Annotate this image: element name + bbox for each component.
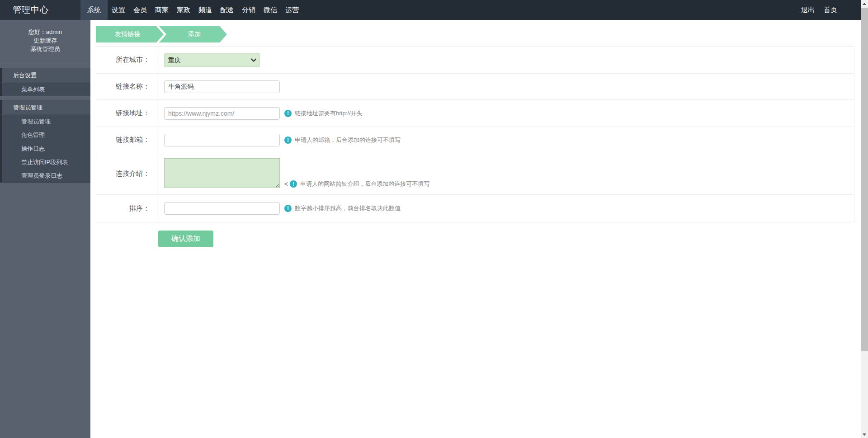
link-email-hint-text: 申请人的邮箱，后台添加的连接可不填写 [295,136,401,144]
form-row-link-email: 链接邮箱： 申请人的邮箱，后台添加的连接可不填写 [96,127,854,153]
sidebar-item-role-management[interactable]: 角色管理 [0,128,90,142]
sort-field-cell: 数字越小排序越高，前台排名取决此数值 [157,195,854,222]
top-tab-delivery[interactable]: 配送 [216,0,238,20]
logout-link[interactable]: 退出 [801,6,815,14]
confirm-add-button[interactable]: 确认添加 [158,231,213,247]
link-url-field-cell: 链接地址需要有http://开头 [157,100,854,127]
link-name-field-cell [157,74,854,99]
breadcrumb-friendly-links[interactable]: 友情链接 [96,26,164,42]
app-title: 管理中心 [0,0,80,20]
info-icon [284,205,292,212]
form-row-link-name: 链接名称： [96,74,854,100]
link-email-hint: 申请人的邮箱，后台添加的连接可不填写 [284,136,401,144]
sidebar-item-ip-blacklist[interactable]: 禁止访问IP段列表 [0,155,90,169]
top-nav: 系统 设置 会员 商家 家政 频道 配送 分销 微信 运营 [80,0,303,20]
top-tab-wechat[interactable]: 微信 [259,0,281,20]
sort-label: 排序： [96,195,157,222]
update-cache-link[interactable]: 更新缓存 [0,37,90,45]
sidebar-menu: 后台设置 菜单列表 管理员管理 管理员管理 角色管理 操作日志 禁止访问IP段列… [0,64,90,183]
top-bar-right: 退出 首页 [801,0,868,20]
admin-page: 管理中心 系统 设置 会员 商家 家政 频道 配送 分销 微信 运营 退出 首页… [0,0,868,438]
info-icon [284,137,292,144]
top-tab-members[interactable]: 会员 [129,0,151,20]
city-select-wrap: 重庆 [164,53,260,67]
link-email-field-cell: 申请人的邮箱，后台添加的连接可不填写 [157,127,854,153]
main-content: 友情链接 添加 所在城市： 重庆 链接名称： [90,20,861,438]
link-intro-hint-prefix: < [284,180,288,188]
top-tab-settings[interactable]: 设置 [108,0,129,20]
top-tab-distribution[interactable]: 分销 [238,0,259,20]
top-bar: 管理中心 系统 设置 会员 商家 家政 频道 配送 分销 微信 运营 退出 首页 [0,0,868,20]
sort-hint-text: 数字越小排序越高，前台排名取决此数值 [295,204,401,212]
sidebar-user-info: 您好：admin 更新缓存 系统管理员 [0,20,90,64]
link-email-label: 链接邮箱： [96,127,157,153]
link-intro-label: 连接介绍： [96,153,157,194]
add-link-form: 所在城市： 重庆 链接名称： [96,46,854,222]
city-field: 重庆 [157,47,854,73]
form-row-link-url: 链接地址： 链接地址需要有http://开头 [96,100,854,127]
link-name-input[interactable] [164,80,280,93]
top-tab-housekeeping[interactable]: 家政 [173,0,194,20]
home-link[interactable]: 首页 [824,6,837,14]
sidebar-section-backend-settings[interactable]: 后台设置 [0,68,90,83]
link-email-input[interactable] [164,134,280,146]
scroll-up-button[interactable] [861,0,868,7]
sort-hint: 数字越小排序越高，前台排名取决此数值 [284,204,401,212]
form-row-link-intro: 连接介绍： < 申请人的网站简短介绍，后台添加的连接可不填写 [96,153,854,195]
link-url-input[interactable] [164,107,280,120]
breadcrumb-add[interactable]: 添加 [159,26,227,42]
city-select[interactable]: 重庆 [164,53,260,67]
link-url-hint-text: 链接地址需要有http://开头 [295,109,363,118]
link-url-hint: 链接地址需要有http://开头 [284,109,363,118]
link-intro-textarea[interactable] [164,158,280,188]
sort-input[interactable] [164,202,280,215]
form-row-city: 所在城市： 重庆 [96,47,854,74]
scroll-down-button[interactable] [861,431,868,438]
greeting-text: 您好：admin [0,28,90,36]
breadcrumb: 友情链接 添加 [96,26,861,42]
city-label: 所在城市： [96,47,157,73]
link-intro-hint: < 申请人的网站简短介绍，后台添加的连接可不填写 [284,180,429,188]
sidebar-item-operation-log[interactable]: 操作日志 [0,142,90,155]
scrollbar-thumb[interactable] [861,8,868,351]
link-intro-field-cell: < 申请人的网站简短介绍，后台添加的连接可不填写 [157,153,854,194]
link-intro-hint-text: 申请人的网站简短介绍，后台添加的连接可不填写 [300,180,429,188]
top-tab-operations[interactable]: 运营 [281,0,303,20]
sidebar-item-menu-list[interactable]: 菜单列表 [0,83,90,96]
sidebar-item-admin-management[interactable]: 管理员管理 [0,115,90,128]
sidebar-section-admin-management[interactable]: 管理员管理 [0,100,90,115]
info-icon [290,180,297,188]
top-tab-merchants[interactable]: 商家 [151,0,173,20]
link-name-label: 链接名称： [96,74,157,99]
sidebar-item-admin-login-log[interactable]: 管理员登录日志 [0,169,90,183]
info-icon [284,110,292,117]
form-row-sort: 排序： 数字越小排序越高，前台排名取决此数值 [96,195,854,222]
link-url-label: 链接地址： [96,100,157,127]
top-tab-system[interactable]: 系统 [80,0,108,20]
scrollbar-track[interactable] [861,0,868,438]
sidebar: 您好：admin 更新缓存 系统管理员 后台设置 菜单列表 管理员管理 管理员管… [0,20,90,438]
top-tab-channels[interactable]: 频道 [194,0,216,20]
system-admin-link[interactable]: 系统管理员 [0,45,90,53]
